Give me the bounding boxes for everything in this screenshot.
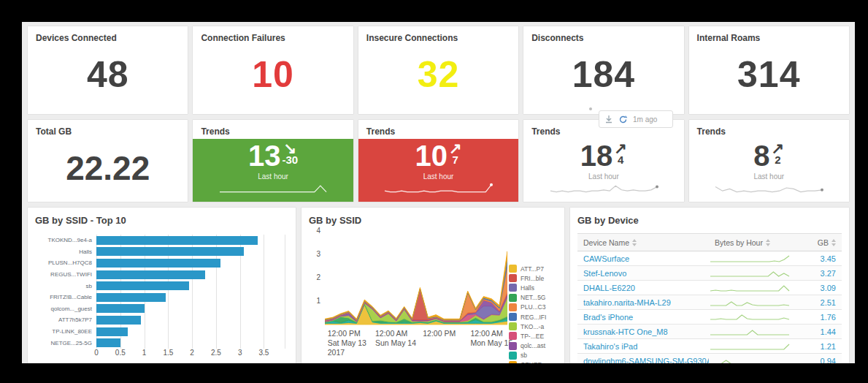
tile-devices-connected[interactable]: Devices Connected 48 [28, 26, 188, 114]
device-name-link[interactable]: krussnak-HTC One_M8 [577, 327, 709, 336]
bar-row: REGUS...TWIFI [35, 269, 288, 281]
x-tick-label: 2 [190, 349, 194, 357]
tile-title: Devices Connected [28, 26, 188, 43]
bytes-by-hour-sparkline [709, 268, 804, 278]
column-header-bytes-by-hour[interactable]: Bytes by Hour [709, 238, 804, 247]
legend-item[interactable]: sb [509, 351, 556, 360]
trend-value-group: 10↗7 [415, 140, 461, 171]
x-tick-label: 3.5 [259, 349, 269, 357]
legend-item[interactable]: NET...5G [509, 293, 556, 303]
bar-track [96, 236, 285, 245]
stacked-area-plot[interactable] [325, 229, 507, 326]
bar[interactable] [96, 316, 141, 325]
column-header-gb[interactable]: GB [804, 238, 842, 247]
bytes-by-hour-sparkline [709, 327, 804, 337]
legend-item[interactable]: PLU...C3 [509, 303, 556, 312]
tile-connection-failures[interactable]: Connection Failures 10 [193, 26, 353, 114]
bar[interactable] [96, 338, 120, 347]
bytes-by-hour-sparkline [709, 356, 804, 364]
table-row: Takahiro's iPad1.21 [577, 339, 842, 354]
bar-track [96, 327, 285, 336]
x-tick-label: 0.5 [115, 349, 126, 357]
gb-value: 3.09 [804, 284, 842, 292]
bar[interactable] [96, 259, 220, 268]
legend-item[interactable]: OTHER [509, 360, 556, 363]
legend-item[interactable]: TKO...-a [509, 322, 556, 331]
table-row: Brad's iPhone1.76 [577, 310, 842, 325]
bar-row: Halls [35, 246, 288, 258]
bar[interactable] [96, 247, 244, 256]
tile-disconnects[interactable]: Disconnects 184 [523, 26, 683, 114]
bar[interactable] [96, 281, 189, 290]
trend-delta: -30 [283, 154, 299, 165]
device-name-link[interactable]: CAWSurface [577, 254, 709, 263]
trend-value-group: 13↘-30 [248, 140, 298, 171]
legend-label: qolc...ast [521, 342, 545, 349]
tile-title: Insecure Connections [358, 26, 518, 43]
legend-item[interactable]: TP-...EE [509, 331, 556, 341]
trend-delta: 4 [618, 154, 623, 165]
bar[interactable] [96, 293, 166, 302]
bar[interactable] [96, 304, 145, 313]
bar-label: FRITZ!B...Cable [35, 294, 96, 300]
y-tick-label: 2 [309, 273, 320, 281]
tile-trends-insecure-connections[interactable]: Trends10↗7Last hour [358, 120, 518, 202]
x-tick-label: 12:00 AMSun May 14 [375, 329, 416, 348]
legend-label: ATT...P7 [521, 265, 544, 273]
bar[interactable] [96, 236, 258, 245]
sort-icon[interactable] [632, 239, 637, 246]
tile-total-gb[interactable]: Total GB 22.22 [28, 120, 188, 202]
legend-item[interactable]: qolc...ast [509, 341, 556, 351]
bar[interactable] [96, 327, 128, 336]
tile-internal-roams[interactable]: Internal Roams 314 [689, 26, 849, 114]
trend-sparkline [714, 181, 823, 194]
download-icon[interactable] [604, 115, 613, 124]
legend-item[interactable]: FRI...ble [509, 273, 556, 283]
table-row: dnwlinghm6-SAMSUNG-SM-G930A0.94 [577, 354, 842, 363]
device-name-link[interactable]: Takahiro's iPad [577, 342, 709, 351]
bar-label: TP-LINK_80EE [35, 328, 96, 335]
bar-track [96, 259, 285, 268]
y-tick-label: 3 [309, 250, 320, 258]
column-header-device-name[interactable]: Device Name [577, 238, 709, 247]
device-name-link[interactable]: Brad's iPhone [577, 313, 709, 322]
chart-legend: ATT...P7FRI...bleHallsNET...5GPLU...C3RE… [509, 264, 556, 363]
bar-row: FRITZ!B...Cable [35, 292, 288, 303]
trend-value: 18 [580, 140, 613, 171]
device-name-link[interactable]: Stef-Lenovo [577, 269, 709, 278]
tile-insecure-connections[interactable]: Insecure Connections 32 [358, 26, 518, 114]
refresh-icon[interactable] [618, 115, 628, 124]
legend-swatch [509, 313, 517, 321]
tile-trends-connection-failures[interactable]: Trends13↘-30Last hour [193, 120, 353, 202]
device-name-link[interactable]: takahiro.narita-MHA-L29 [577, 298, 709, 307]
bar-label: qolcom..._guest [35, 306, 96, 312]
legend-swatch [509, 332, 517, 340]
legend-item[interactable]: REG...IFI [509, 312, 556, 322]
kpi-value: 314 [689, 53, 849, 96]
bar-track [96, 338, 285, 347]
legend-swatch [509, 284, 517, 292]
legend-item[interactable]: ATT...P7 [509, 264, 556, 273]
tile-trends-disconnects[interactable]: Trends18↗4Last hour [523, 120, 683, 202]
trend-sparkline [549, 181, 658, 194]
trend-sparkline [218, 181, 328, 194]
table-row: krussnak-HTC One_M81.44 [577, 325, 842, 339]
bar[interactable] [96, 270, 205, 279]
x-tick-label: 2.5 [211, 349, 221, 357]
tile-trends-internal-roams[interactable]: Trends8↗2Last hour [689, 120, 849, 202]
bytes-by-hour-sparkline [709, 341, 804, 352]
legend-label: TKO...-a [521, 323, 544, 330]
x-tick-label: 3 [238, 349, 242, 357]
sort-icon[interactable] [766, 239, 770, 246]
legend-swatch [509, 294, 517, 302]
area-chart: 4321 12:00 PMSat May 13201712:00 AMSun M… [309, 229, 557, 360]
legend-swatch [509, 265, 517, 273]
legend-item[interactable]: Halls [509, 283, 556, 292]
bar-row: NETGE...25-5G [35, 337, 288, 349]
bytes-by-hour-sparkline [709, 312, 804, 322]
trend-delta: 2 [775, 154, 780, 165]
kpi-row: Devices Connected 48 Connection Failures… [28, 26, 849, 114]
sort-icon[interactable] [831, 239, 836, 246]
device-name-link[interactable]: dnwlinghm6-SAMSUNG-SM-G930A [577, 357, 709, 364]
device-name-link[interactable]: DHALL-E6220 [577, 284, 709, 292]
